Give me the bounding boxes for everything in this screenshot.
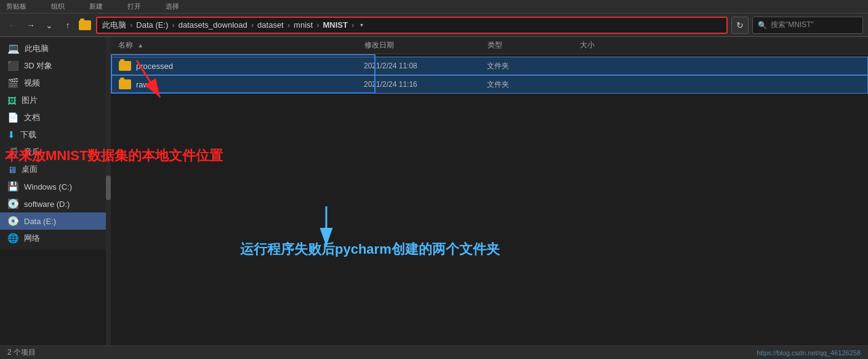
sidebar-item-document[interactable]: 📄 文档	[0, 109, 110, 126]
ribbon-new: 新建	[89, 2, 103, 11]
sidebar-item-software[interactable]: 💽 software (D:)	[0, 195, 110, 212]
content-area: 名称 ▲ 修改日期 类型 大小 processed 2021/2/24 11:0…	[111, 37, 868, 345]
watermark-url: https://blog.csdn.net/qq_46126258	[757, 349, 861, 357]
network-icon: 🌐	[7, 233, 19, 244]
software-icon: 💽	[7, 198, 19, 209]
ribbon-clipboard-label: 剪贴板	[6, 2, 26, 11]
file-type-raw: 文件夹	[487, 79, 579, 90]
folder-address-icon	[79, 20, 91, 30]
ribbon-organize: 组织	[51, 2, 65, 11]
sidebar-item-3d[interactable]: ⬛ 3D 对象	[0, 57, 110, 75]
address-bar[interactable]: 此电脑 › Data (E:) › datasets_download › da…	[96, 17, 728, 34]
item-count: 2 个项目	[7, 347, 36, 358]
sidebar-item-data[interactable]: 💽 Data (E:)	[0, 212, 110, 230]
ribbon-open-label: 打开	[127, 2, 141, 11]
file-row-raw[interactable]: raw 2021/2/24 11:16 文件夹	[111, 75, 868, 94]
file-date-raw: 2021/2/24 11:16	[364, 80, 487, 89]
col-header-type[interactable]: 类型	[488, 40, 580, 50]
sidebar-item-video[interactable]: 🎬 视频	[0, 75, 110, 92]
sidebar-item-desktop[interactable]: 🖥 桌面	[0, 161, 110, 178]
path-dataset: dataset	[257, 20, 284, 30]
ribbon-new-label: 新建	[89, 2, 103, 11]
sidebar-item-download[interactable]: ⬇ 下载	[0, 126, 110, 143]
sidebar: 💻 此电脑 ⬛ 3D 对象 🎬 视频 🖼 图片 📄 文档 ⬇ 下载	[0, 37, 111, 249]
back-button[interactable]: ←	[5, 18, 20, 33]
music-icon: 🎵	[7, 147, 19, 158]
path-mnist: mnist	[294, 20, 313, 30]
search-box[interactable]: 🔍 搜索"MNIST"	[752, 17, 863, 34]
ribbon-organize-label: 组织	[51, 2, 65, 11]
ribbon-open: 打开	[127, 2, 141, 11]
sidebar-item-computer[interactable]: 💻 此电脑	[0, 39, 110, 57]
refresh-button[interactable]: ↻	[731, 17, 749, 34]
sidebar-item-network[interactable]: 🌐 网络	[0, 230, 110, 247]
path-datasets: datasets_download	[179, 20, 247, 30]
data-icon: 💽	[7, 216, 19, 227]
sidebar-label-desktop: 桌面	[22, 164, 38, 175]
file-row-processed[interactable]: processed 2021/2/24 11:08 文件夹	[111, 57, 868, 75]
ribbon-clipboard: 剪贴板	[6, 2, 26, 11]
file-name-raw: raw	[136, 80, 364, 89]
sidebar-label-video: 视频	[24, 78, 40, 89]
sidebar-label-picture: 图片	[22, 95, 38, 106]
sidebar-label-windows: Windows (C:)	[24, 182, 72, 192]
column-headers: 名称 ▲ 修改日期 类型 大小	[111, 37, 868, 54]
sidebar-label-download: 下载	[20, 129, 36, 140]
computer-icon: 💻	[7, 42, 20, 54]
address-bar-row: ← → ⌄ ↑ 此电脑 › Data (E:) › datasets_downl…	[0, 14, 868, 37]
sidebar-label-3d: 3D 对象	[24, 60, 52, 71]
sidebar-label-software: software (D:)	[24, 200, 70, 209]
ribbon-select: 选择	[166, 2, 179, 11]
sidebar-item-picture[interactable]: 🖼 图片	[0, 92, 110, 109]
desktop-icon: 🖥	[7, 164, 17, 175]
search-placeholder: 搜索"MNIST"	[771, 20, 814, 30]
3d-icon: ⬛	[7, 60, 19, 71]
sidebar-label-music: 音乐	[24, 147, 40, 158]
main-layout: 💻 此电脑 ⬛ 3D 对象 🎬 视频 🖼 图片 📄 文档 ⬇ 下载	[0, 37, 868, 345]
sidebar-item-windows[interactable]: 💾 Windows (C:)	[0, 178, 110, 195]
sidebar-item-music[interactable]: 🎵 音乐	[0, 143, 110, 161]
sidebar-wrapper: 💻 此电脑 ⬛ 3D 对象 🎬 视频 🖼 图片 📄 文档 ⬇ 下载	[0, 37, 111, 345]
download-icon: ⬇	[7, 129, 15, 140]
forward-button[interactable]: →	[23, 18, 38, 33]
sort-arrow: ▲	[137, 42, 143, 49]
file-type-processed: 文件夹	[487, 61, 579, 71]
col-header-date[interactable]: 修改日期	[364, 40, 488, 50]
ribbon: 剪贴板 组织 新建 打开 选择	[0, 0, 868, 14]
sidebar-label-document: 文档	[24, 112, 40, 123]
video-icon: 🎬	[7, 78, 19, 89]
sidebar-scrollbar-thumb[interactable]	[106, 175, 111, 200]
file-name-processed: processed	[136, 62, 364, 71]
recent-button[interactable]: ⌄	[42, 18, 57, 33]
picture-icon: 🖼	[7, 95, 17, 106]
sidebar-label-computer: 此电脑	[25, 43, 49, 54]
search-icon: 🔍	[758, 21, 767, 30]
path-computer: 此电脑	[102, 20, 126, 31]
path-drive: Data (E:)	[136, 20, 168, 30]
path-MNIST: MNIST	[323, 20, 347, 30]
address-dropdown-arrow[interactable]: ▾	[360, 22, 363, 28]
document-icon: 📄	[7, 112, 19, 123]
col-header-size[interactable]: 大小	[580, 40, 861, 50]
folder-icon-raw	[119, 79, 131, 89]
sidebar-label-data: Data (E:)	[24, 217, 56, 226]
sidebar-scrollbar[interactable]	[106, 37, 111, 345]
folder-icon-processed	[119, 61, 131, 71]
ribbon-select-label: 选择	[166, 2, 179, 11]
sidebar-label-network: 网络	[24, 233, 40, 244]
col-header-name[interactable]: 名称 ▲	[118, 40, 364, 50]
status-bar: 2 个项目 https://blog.csdn.net/qq_46126258	[0, 345, 868, 359]
windows-icon: 💾	[7, 181, 19, 192]
file-list: processed 2021/2/24 11:08 文件夹 raw 2021/2…	[111, 54, 868, 345]
up-button[interactable]: ↑	[60, 18, 75, 33]
file-date-processed: 2021/2/24 11:08	[364, 62, 487, 70]
